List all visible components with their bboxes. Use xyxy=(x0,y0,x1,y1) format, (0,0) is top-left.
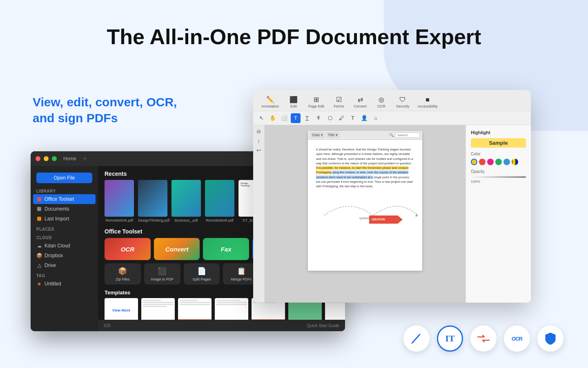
text-underline-tool[interactable]: T xyxy=(302,113,312,123)
convert-card[interactable]: Convert xyxy=(154,238,200,260)
eraser-tool[interactable]: T xyxy=(348,113,358,123)
minimize-dot[interactable] xyxy=(44,156,49,161)
image-to-pdf-icon: ⬛ xyxy=(158,267,167,276)
ios-label: iOS xyxy=(104,323,111,328)
tagline-line2: and sign PDFs xyxy=(33,110,177,126)
convert-arrows-svg xyxy=(476,331,491,346)
accessibility-label: Accessibility xyxy=(418,104,438,108)
template-thumb xyxy=(178,298,212,323)
sidebar-item-dropbox[interactable]: 📦 Dropbox xyxy=(31,251,98,260)
library-section-label: LIBRARY xyxy=(31,186,98,194)
list-item[interactable]: Business_.pdf xyxy=(172,180,201,222)
drive-icon: △ xyxy=(36,263,42,268)
svg-line-3 xyxy=(412,334,420,343)
move-icon[interactable]: ↕ xyxy=(257,138,260,144)
recent-thumb xyxy=(172,180,201,217)
sidebar-label: Kdan Cloud xyxy=(45,243,70,249)
svg-line-4 xyxy=(412,343,412,343)
pdf-diagram: IDEATION synthesis | xyxy=(316,195,414,224)
ideation-arrow: IDEATION xyxy=(369,215,403,224)
shape-tool[interactable]: ⬡ xyxy=(325,113,335,123)
edit-toolbar-item[interactable]: ⬛ Edit xyxy=(283,94,304,111)
recent-filename: RemoteWork.pdf xyxy=(105,218,133,222)
security-icon: 🛡 xyxy=(399,96,406,103)
ocr-feature-icon: OCR xyxy=(504,325,530,352)
ocr-toolbar-item[interactable]: ◎ OCR xyxy=(371,94,392,111)
zip-files-button[interactable]: 📦 Zip Files xyxy=(105,263,141,285)
rainbow-swatch[interactable] xyxy=(512,159,518,165)
page-edit-toolbar-item[interactable]: ⊞ Page Edit xyxy=(304,94,328,111)
sidebar-item-drive[interactable]: △ Drive xyxy=(31,260,98,270)
sidebar-label: Office Toolset xyxy=(45,196,74,202)
yellow-swatch[interactable] xyxy=(471,159,477,165)
cursor-tool[interactable]: ↖ xyxy=(256,113,266,123)
convert-toolbar-item[interactable]: ⇄ Convert xyxy=(350,94,371,111)
merge-label: Merge PDFs xyxy=(231,277,252,281)
list-item[interactable]: DesignThinking.pdf xyxy=(138,180,167,222)
list-item[interactable]: RemoteWork.pdf xyxy=(205,180,234,222)
tag-section-label: TAG xyxy=(31,270,98,279)
recent-thumb xyxy=(138,180,167,217)
merge-icon: 📋 xyxy=(237,267,246,276)
text-edit-feature-icon: IT xyxy=(437,325,463,352)
documents-icon xyxy=(37,207,41,211)
ocr-card[interactable]: OCR xyxy=(105,238,151,260)
image-to-pdf-button[interactable]: ⬛ Image to PDF xyxy=(144,263,180,285)
sidebar-item-documents[interactable]: Documents xyxy=(31,204,98,214)
date-filter[interactable]: Date ▾ xyxy=(310,132,325,139)
close-dot[interactable] xyxy=(36,156,40,161)
synthesis-label: synthesis | xyxy=(359,216,373,221)
security-feature-icon xyxy=(537,325,564,352)
template-thumb xyxy=(215,298,248,323)
list-item[interactable]: RemoteWork.pdf xyxy=(105,180,134,222)
pdf-doc-area: Date ▾ Title ▾ 🔍 It should be noted, the… xyxy=(265,125,466,303)
pdf-right-panel: Highlight Sample Color Opacity 100% xyxy=(466,125,531,303)
marquee-tool[interactable]: ⬜ xyxy=(279,113,289,123)
open-file-button[interactable]: Open File xyxy=(36,173,92,183)
text-highlight-tool[interactable]: T xyxy=(291,113,301,123)
tagline-line1: View, edit, convert, OCR, xyxy=(33,94,177,110)
search-input[interactable] xyxy=(395,132,420,138)
annotation-toolbar-item[interactable]: ✏️ Annotation xyxy=(257,94,283,111)
zoom-out-icon[interactable]: ⊖ xyxy=(256,128,261,135)
tag-dot-icon: ● xyxy=(36,281,42,287)
split-pages-button[interactable]: 📄 Split Pages xyxy=(184,263,220,285)
accessibility-toolbar-item[interactable]: ■ Accessibility xyxy=(414,94,442,111)
pdf-body-text: It should be noted, therefore, that the … xyxy=(316,147,414,188)
pen-tool[interactable]: 🖊 xyxy=(336,113,346,123)
security-toolbar-item[interactable]: 🛡 Security xyxy=(392,94,414,111)
template-thumb: View More xyxy=(105,298,138,323)
last-import-icon xyxy=(37,217,41,221)
cloud-section-label: CLOUD xyxy=(31,232,98,241)
sidebar: Open File LIBRARY Office Toolset Documen… xyxy=(31,166,98,331)
annotation-label: Annotation xyxy=(261,104,279,108)
new-tab-icon[interactable]: + xyxy=(83,155,87,162)
pink-swatch[interactable] xyxy=(487,159,494,165)
stamp-tool[interactable]: ⌂ xyxy=(371,113,381,123)
forms-toolbar-item[interactable]: ☑ Forms xyxy=(328,94,350,111)
rotate-icon[interactable]: ↩ xyxy=(256,147,261,153)
sidebar-item-last-import[interactable]: Last Import xyxy=(31,214,98,224)
sample-highlight: Sample xyxy=(471,138,526,148)
sidebar-item-untitled[interactable]: ● Untitled xyxy=(31,279,98,289)
hand-tool[interactable]: ✋ xyxy=(268,113,278,123)
security-label: Security xyxy=(396,104,410,108)
blue-swatch[interactable] xyxy=(503,159,510,165)
quick-start-guide-link[interactable]: Quick Start Guide xyxy=(307,323,339,328)
sidebar-item-kdan-cloud[interactable]: ☁ Kdan Cloud xyxy=(31,241,98,251)
red-swatch[interactable] xyxy=(479,159,486,165)
fax-card[interactable]: Fax xyxy=(203,238,249,260)
convert-feature-icon xyxy=(470,325,497,352)
green-swatch[interactable] xyxy=(495,159,502,165)
opacity-value-row: 100% xyxy=(471,180,526,184)
maximize-dot[interactable] xyxy=(52,156,57,161)
forms-icon: ☑ xyxy=(336,96,342,103)
sidebar-item-office-toolset[interactable]: Office Toolset xyxy=(33,194,96,204)
text-strikethrough-tool[interactable]: T xyxy=(314,113,323,123)
title-filter[interactable]: Title ▾ xyxy=(326,132,339,139)
bottom-icons-row: IT OCR xyxy=(403,325,564,352)
office-toolset-icon xyxy=(37,197,41,201)
person-tool[interactable]: 👤 xyxy=(359,113,369,123)
template-thumb xyxy=(141,298,175,323)
forms-label: Forms xyxy=(334,104,344,108)
